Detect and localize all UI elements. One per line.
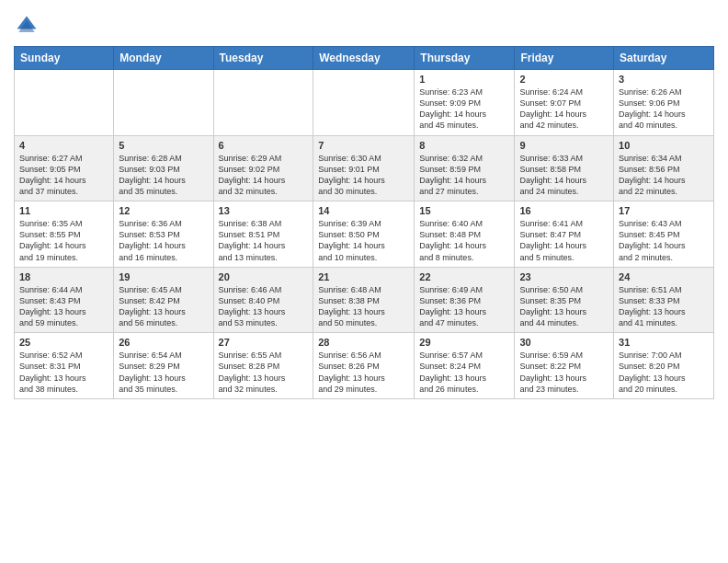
day-info: Sunrise: 6:43 AM Sunset: 8:45 PM Dayligh…	[619, 218, 709, 263]
day-number: 27	[219, 337, 309, 348]
day-number: 11	[19, 205, 108, 216]
calendar-cell: 23Sunrise: 6:50 AM Sunset: 8:35 PM Dayli…	[515, 267, 614, 333]
day-number: 18	[19, 271, 108, 282]
calendar-cell: 26Sunrise: 6:54 AM Sunset: 8:29 PM Dayli…	[114, 333, 213, 399]
calendar-week-row: 11Sunrise: 6:35 AM Sunset: 8:55 PM Dayli…	[15, 201, 714, 268]
day-info: Sunrise: 6:33 AM Sunset: 8:58 PM Dayligh…	[519, 153, 609, 198]
day-info: Sunrise: 6:23 AM Sunset: 9:09 PM Dayligh…	[419, 86, 509, 132]
calendar-cell	[213, 70, 313, 136]
day-number: 2	[519, 74, 609, 85]
calendar-cell: 31Sunrise: 7:00 AM Sunset: 8:20 PM Dayli…	[614, 333, 714, 399]
day-info: Sunrise: 6:51 AM Sunset: 8:33 PM Dayligh…	[619, 284, 709, 329]
calendar-cell	[313, 70, 415, 136]
calendar-cell: 5Sunrise: 6:28 AM Sunset: 9:03 PM Daylig…	[114, 135, 213, 201]
day-info: Sunrise: 6:52 AM Sunset: 8:31 PM Dayligh…	[19, 350, 108, 395]
calendar-cell: 22Sunrise: 6:49 AM Sunset: 8:36 PM Dayli…	[415, 267, 515, 333]
day-number: 15	[419, 205, 509, 216]
calendar-cell: 2Sunrise: 6:24 AM Sunset: 9:07 PM Daylig…	[515, 70, 614, 136]
calendar-day-header: Saturday	[614, 47, 714, 70]
header	[14, 9, 714, 39]
calendar-cell: 18Sunrise: 6:44 AM Sunset: 8:43 PM Dayli…	[15, 267, 114, 333]
day-number: 25	[19, 337, 108, 348]
calendar-cell: 30Sunrise: 6:59 AM Sunset: 8:22 PM Dayli…	[515, 333, 614, 399]
calendar-cell: 24Sunrise: 6:51 AM Sunset: 8:33 PM Dayli…	[614, 267, 714, 333]
day-info: Sunrise: 6:34 AM Sunset: 8:56 PM Dayligh…	[619, 153, 709, 198]
calendar-cell: 13Sunrise: 6:38 AM Sunset: 8:51 PM Dayli…	[213, 201, 313, 268]
calendar-day-header: Thursday	[415, 47, 515, 70]
calendar-cell: 12Sunrise: 6:36 AM Sunset: 8:53 PM Dayli…	[114, 201, 213, 268]
day-number: 7	[318, 140, 409, 151]
day-number: 6	[219, 140, 309, 151]
day-number: 20	[219, 271, 309, 282]
day-info: Sunrise: 6:39 AM Sunset: 8:50 PM Dayligh…	[318, 218, 409, 263]
calendar-week-row: 4Sunrise: 6:27 AM Sunset: 9:05 PM Daylig…	[15, 135, 714, 201]
calendar-table: SundayMondayTuesdayWednesdayThursdayFrid…	[14, 46, 714, 399]
calendar-cell: 15Sunrise: 6:40 AM Sunset: 8:48 PM Dayli…	[415, 201, 515, 268]
calendar-day-header: Monday	[114, 47, 213, 70]
calendar-cell	[15, 70, 114, 136]
calendar-cell: 3Sunrise: 6:26 AM Sunset: 9:06 PM Daylig…	[614, 70, 714, 136]
day-info: Sunrise: 6:44 AM Sunset: 8:43 PM Dayligh…	[19, 284, 108, 329]
day-number: 24	[619, 271, 709, 282]
calendar-day-header: Wednesday	[313, 47, 415, 70]
calendar-day-header: Sunday	[15, 47, 114, 70]
calendar-week-row: 1Sunrise: 6:23 AM Sunset: 9:09 PM Daylig…	[15, 70, 714, 136]
calendar-cell: 14Sunrise: 6:39 AM Sunset: 8:50 PM Dayli…	[313, 201, 415, 268]
calendar-cell: 29Sunrise: 6:57 AM Sunset: 8:24 PM Dayli…	[415, 333, 515, 399]
day-info: Sunrise: 6:41 AM Sunset: 8:47 PM Dayligh…	[519, 218, 609, 263]
day-info: Sunrise: 6:59 AM Sunset: 8:22 PM Dayligh…	[519, 350, 609, 395]
day-info: Sunrise: 6:55 AM Sunset: 8:28 PM Dayligh…	[219, 350, 309, 395]
calendar-cell: 19Sunrise: 6:45 AM Sunset: 8:42 PM Dayli…	[114, 267, 213, 333]
day-info: Sunrise: 7:00 AM Sunset: 8:20 PM Dayligh…	[619, 350, 709, 395]
day-number: 22	[419, 271, 509, 282]
day-info: Sunrise: 6:30 AM Sunset: 9:01 PM Dayligh…	[318, 153, 409, 198]
day-number: 13	[219, 205, 309, 216]
page: SundayMondayTuesdayWednesdayThursdayFrid…	[0, 0, 728, 563]
day-info: Sunrise: 6:38 AM Sunset: 8:51 PM Dayligh…	[219, 218, 309, 263]
day-info: Sunrise: 6:48 AM Sunset: 8:38 PM Dayligh…	[318, 284, 409, 329]
day-number: 21	[318, 271, 409, 282]
day-number: 4	[19, 140, 108, 151]
day-info: Sunrise: 6:49 AM Sunset: 8:36 PM Dayligh…	[419, 284, 509, 329]
calendar-cell: 27Sunrise: 6:55 AM Sunset: 8:28 PM Dayli…	[213, 333, 313, 399]
calendar-cell: 10Sunrise: 6:34 AM Sunset: 8:56 PM Dayli…	[614, 135, 714, 201]
day-info: Sunrise: 6:32 AM Sunset: 8:59 PM Dayligh…	[419, 153, 509, 198]
day-number: 1	[419, 74, 509, 85]
day-info: Sunrise: 6:28 AM Sunset: 9:03 PM Dayligh…	[119, 153, 208, 198]
day-info: Sunrise: 6:57 AM Sunset: 8:24 PM Dayligh…	[419, 350, 509, 395]
day-info: Sunrise: 6:46 AM Sunset: 8:40 PM Dayligh…	[219, 284, 309, 329]
calendar-cell: 7Sunrise: 6:30 AM Sunset: 9:01 PM Daylig…	[313, 135, 415, 201]
day-number: 10	[619, 140, 709, 151]
calendar-cell: 21Sunrise: 6:48 AM Sunset: 8:38 PM Dayli…	[313, 267, 415, 333]
calendar-cell: 9Sunrise: 6:33 AM Sunset: 8:58 PM Daylig…	[515, 135, 614, 201]
calendar-cell	[114, 70, 213, 136]
day-info: Sunrise: 6:50 AM Sunset: 8:35 PM Dayligh…	[519, 284, 609, 329]
day-number: 23	[519, 271, 609, 282]
calendar-cell: 17Sunrise: 6:43 AM Sunset: 8:45 PM Dayli…	[614, 201, 714, 268]
calendar-cell: 28Sunrise: 6:56 AM Sunset: 8:26 PM Dayli…	[313, 333, 415, 399]
day-info: Sunrise: 6:24 AM Sunset: 9:07 PM Dayligh…	[519, 86, 609, 132]
calendar-day-header: Tuesday	[213, 47, 313, 70]
calendar-cell: 8Sunrise: 6:32 AM Sunset: 8:59 PM Daylig…	[415, 135, 515, 201]
day-info: Sunrise: 6:45 AM Sunset: 8:42 PM Dayligh…	[119, 284, 208, 329]
calendar-cell: 16Sunrise: 6:41 AM Sunset: 8:47 PM Dayli…	[515, 201, 614, 268]
day-info: Sunrise: 6:29 AM Sunset: 9:02 PM Dayligh…	[219, 153, 309, 198]
day-number: 14	[318, 205, 409, 216]
calendar-cell: 20Sunrise: 6:46 AM Sunset: 8:40 PM Dayli…	[213, 267, 313, 333]
calendar-cell: 6Sunrise: 6:29 AM Sunset: 9:02 PM Daylig…	[213, 135, 313, 201]
calendar-day-header: Friday	[515, 47, 614, 70]
day-info: Sunrise: 6:26 AM Sunset: 9:06 PM Dayligh…	[619, 86, 709, 132]
logo-icon	[14, 13, 40, 39]
calendar-week-row: 25Sunrise: 6:52 AM Sunset: 8:31 PM Dayli…	[15, 333, 714, 399]
day-number: 3	[619, 74, 709, 85]
day-number: 17	[619, 205, 709, 216]
day-number: 16	[519, 205, 609, 216]
day-number: 5	[119, 140, 208, 151]
day-number: 19	[119, 271, 208, 282]
day-number: 12	[119, 205, 208, 216]
calendar-cell: 11Sunrise: 6:35 AM Sunset: 8:55 PM Dayli…	[15, 201, 114, 268]
day-number: 31	[619, 337, 709, 348]
day-number: 28	[318, 337, 409, 348]
day-number: 8	[419, 140, 509, 151]
day-number: 9	[519, 140, 609, 151]
